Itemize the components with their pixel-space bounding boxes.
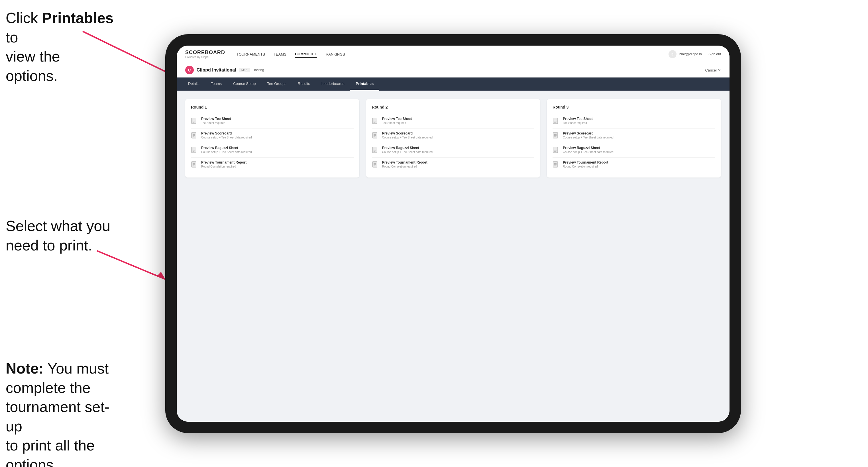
print-text-r1-scorecard: Preview Scorecard Course setup + Tee She… xyxy=(201,131,252,139)
tournament-tag: Men xyxy=(239,68,250,72)
top-nav: SCOREBOARD Powered by clippd TOURNAMENTS… xyxy=(177,45,730,63)
svg-rect-4 xyxy=(191,118,196,124)
svg-rect-20 xyxy=(372,118,377,124)
print-name: Preview Scorecard xyxy=(563,131,613,135)
print-name: Preview Raguzzi Sheet xyxy=(201,146,252,150)
svg-rect-8 xyxy=(191,132,196,138)
instruction-middle: Select what youneed to print. xyxy=(6,217,114,255)
instruction-bottom: Note: You mustcomplete thetournament set… xyxy=(6,359,120,467)
print-text-r1-report: Preview Tournament Report Round Completi… xyxy=(201,160,247,168)
print-req: Course setup + Tee Sheet data required xyxy=(382,150,433,154)
print-req: Round Completion required xyxy=(382,165,428,168)
rounds-grid: Round 1 Preview Tee Sheet xyxy=(185,99,721,178)
print-item-r1-teesheet[interactable]: Preview Tee Sheet Tee Sheet required xyxy=(191,114,354,128)
print-text-r1-teesheet: Preview Tee Sheet Tee Sheet required xyxy=(201,117,231,125)
print-req: Course setup + Tee Sheet data required xyxy=(201,150,252,154)
user-nav: B blair@clippd.io | Sign out xyxy=(669,50,721,58)
print-req: Tee Sheet required xyxy=(201,121,231,125)
print-item-r3-scorecard[interactable]: Preview Scorecard Course setup + Tee She… xyxy=(553,128,715,143)
sign-out-link[interactable]: Sign out xyxy=(708,52,721,56)
tab-leaderboards[interactable]: Leaderboards xyxy=(316,77,350,91)
document-icon xyxy=(191,147,198,154)
svg-rect-36 xyxy=(553,118,558,124)
document-icon xyxy=(372,117,379,125)
svg-rect-12 xyxy=(191,147,196,153)
nav-rankings[interactable]: RANKINGS xyxy=(326,51,345,58)
tab-details[interactable]: Details xyxy=(182,77,205,91)
tournament-title: Clippd Invitational xyxy=(197,67,236,73)
print-req: Round Completion required xyxy=(201,165,247,168)
tab-results[interactable]: Results xyxy=(292,77,316,91)
tournament-name: C Clippd Invitational Men Hosting xyxy=(185,66,264,74)
document-icon xyxy=(191,161,198,169)
print-req: Tee Sheet required xyxy=(382,121,412,125)
printables-bold: Printables xyxy=(42,10,114,26)
tournament-bar: C Clippd Invitational Men Hosting Cancel… xyxy=(177,63,730,77)
tab-printables[interactable]: Printables xyxy=(350,77,379,91)
print-item-r2-report[interactable]: Preview Tournament Report Round Completi… xyxy=(372,158,535,172)
print-item-r1-scorecard[interactable]: Preview Scorecard Course setup + Tee She… xyxy=(191,128,354,143)
brand-title: SCOREBOARD xyxy=(185,50,225,56)
document-icon xyxy=(191,132,198,140)
round-2-title: Round 2 xyxy=(372,105,535,110)
sub-nav: Details Teams Course Setup Tee Groups Re… xyxy=(177,77,730,91)
nav-teams[interactable]: TEAMS xyxy=(274,51,286,58)
print-item-r3-report[interactable]: Preview Tournament Report Round Completi… xyxy=(553,158,715,172)
round-1-section: Round 1 Preview Tee Sheet xyxy=(185,99,359,178)
document-icon xyxy=(553,147,559,154)
print-item-r3-teesheet[interactable]: Preview Tee Sheet Tee Sheet required xyxy=(553,114,715,128)
tab-teams[interactable]: Teams xyxy=(205,77,227,91)
print-text-r1-raguzzi: Preview Raguzzi Sheet Course setup + Tee… xyxy=(201,146,252,154)
print-req: Round Completion required xyxy=(563,165,608,168)
print-name: Preview Scorecard xyxy=(382,131,433,135)
print-name: Preview Raguzzi Sheet xyxy=(563,146,613,150)
print-item-r2-raguzzi[interactable]: Preview Raguzzi Sheet Course setup + Tee… xyxy=(372,143,535,158)
document-icon xyxy=(372,161,379,169)
user-email: blair@clippd.io xyxy=(679,52,702,56)
tab-tee-groups[interactable]: Tee Groups xyxy=(261,77,292,91)
document-icon xyxy=(553,117,559,125)
document-icon xyxy=(553,161,559,169)
svg-rect-32 xyxy=(372,161,377,167)
print-req: Tee Sheet required xyxy=(563,121,593,125)
print-item-r3-raguzzi[interactable]: Preview Raguzzi Sheet Course setup + Tee… xyxy=(553,143,715,158)
separator: | xyxy=(705,52,706,56)
print-item-r2-teesheet[interactable]: Preview Tee Sheet Tee Sheet required xyxy=(372,114,535,128)
document-icon xyxy=(372,132,379,140)
print-req: Course setup + Tee Sheet data required xyxy=(201,136,252,139)
tournament-logo: C xyxy=(185,66,194,74)
svg-rect-44 xyxy=(553,147,558,153)
print-name: Preview Tee Sheet xyxy=(382,117,412,121)
print-name: Preview Raguzzi Sheet xyxy=(382,146,433,150)
round-1-title: Round 1 xyxy=(191,105,354,110)
print-name: Preview Tee Sheet xyxy=(201,117,231,121)
round-3-title: Round 3 xyxy=(553,105,715,110)
document-icon xyxy=(372,147,379,154)
print-name: Preview Tournament Report xyxy=(563,160,608,164)
tablet: SCOREBOARD Powered by clippd TOURNAMENTS… xyxy=(165,34,741,433)
note-bold: Note: xyxy=(6,360,43,377)
tournament-status: Hosting xyxy=(252,68,264,72)
round-2-section: Round 2 Preview Tee Sheet xyxy=(366,99,540,178)
nav-committee[interactable]: COMMITTEE xyxy=(295,51,317,58)
print-req: Course setup + Tee Sheet data required xyxy=(563,150,613,154)
tab-course-setup[interactable]: Course Setup xyxy=(227,77,261,91)
print-item-r1-raguzzi[interactable]: Preview Raguzzi Sheet Course setup + Tee… xyxy=(191,143,354,158)
svg-rect-40 xyxy=(553,132,558,138)
main-nav: TOURNAMENTS TEAMS COMMITTEE RANKINGS xyxy=(237,51,345,58)
cancel-button[interactable]: Cancel ✕ xyxy=(705,68,721,72)
svg-rect-24 xyxy=(372,132,377,138)
print-name: Preview Scorecard xyxy=(201,131,252,135)
print-item-r2-scorecard[interactable]: Preview Scorecard Course setup + Tee She… xyxy=(372,128,535,143)
print-name: Preview Tournament Report xyxy=(201,160,247,164)
svg-rect-48 xyxy=(553,161,558,167)
svg-rect-28 xyxy=(372,147,377,153)
svg-rect-16 xyxy=(191,161,196,167)
user-avatar: B xyxy=(669,50,677,58)
nav-tournaments[interactable]: TOURNAMENTS xyxy=(237,51,265,58)
svg-marker-3 xyxy=(157,272,165,279)
brand-subtitle: Powered by clippd xyxy=(185,56,225,59)
document-icon xyxy=(553,132,559,140)
print-item-r1-report[interactable]: Preview Tournament Report Round Completi… xyxy=(191,158,354,172)
document-icon xyxy=(191,117,198,125)
